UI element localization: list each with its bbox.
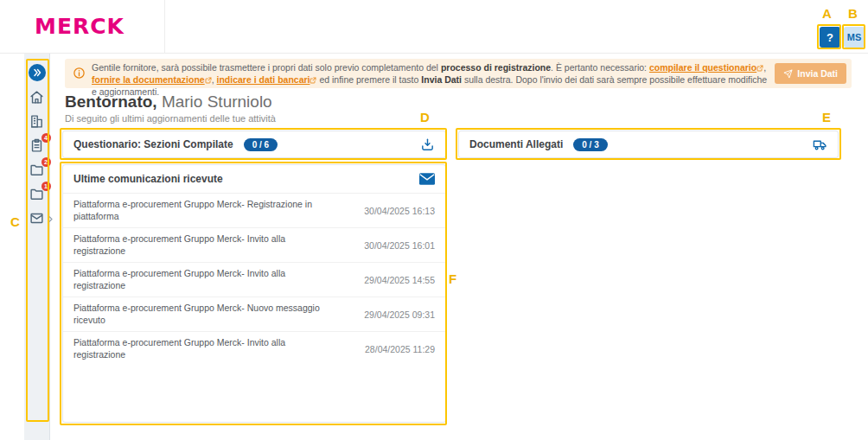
sidebar-item-messages[interactable]: [29, 209, 46, 226]
notification-badge: 2: [41, 157, 51, 167]
home-icon: [29, 90, 44, 105]
sidebar-item-questionnaire[interactable]: 4: [29, 137, 46, 154]
send-data-label: Invia Dati: [797, 68, 838, 79]
sidebar-item-folder-b[interactable]: 1: [29, 185, 46, 202]
documents-progress-badge: 0 / 3: [573, 138, 607, 151]
user-name: Mario Sturniolo: [157, 92, 272, 111]
mail-icon: [29, 211, 44, 226]
info-icon: [73, 67, 86, 83]
send-icon: [783, 69, 793, 79]
truck-icon: [813, 137, 827, 152]
annotation-letter-f: F: [449, 271, 456, 286]
banner-bold: Invia Dati: [421, 74, 462, 85]
communications-card: Ultime comunicazioni ricevute Piattaform…: [62, 164, 446, 423]
header-divider: [164, 0, 165, 54]
notification-badge: 4: [41, 133, 51, 143]
greeting-text: Bentornato,: [65, 92, 157, 111]
external-link-icon: [756, 63, 763, 74]
app-root: MERCK ? MS 4: [0, 0, 868, 440]
user-avatar-button[interactable]: MS: [844, 27, 865, 48]
sidebar: 4 2 1: [24, 54, 50, 440]
banner-bold: processo di registrazione: [441, 62, 551, 73]
help-button[interactable]: ?: [820, 27, 840, 48]
communications-title: Ultime comunicazioni ricevute: [73, 173, 223, 185]
questionnaire-card[interactable]: Questionario: Sezioni Compilate 0 / 6: [62, 131, 446, 158]
communication-row[interactable]: Piattaforma e-procurement Gruppo Merck- …: [63, 331, 445, 366]
link-compile-questionnaire[interactable]: compilare il questionario: [649, 62, 756, 73]
chevron-right-icon: [47, 213, 54, 226]
communication-row[interactable]: Piattaforma e-procurement Gruppo Merck- …: [63, 227, 445, 262]
communication-title: Piattaforma e-procurement Gruppo Merck- …: [73, 268, 333, 291]
annotation-letter-e: E: [822, 110, 831, 124]
link-provide-documentation[interactable]: fornire la documentazione: [92, 74, 205, 85]
communication-date: 30/04/2025 16:13: [364, 206, 435, 216]
page-title: Bentornato, Mario Sturniolo: [65, 92, 272, 112]
link-bank-details[interactable]: indicare i dati bancari: [217, 74, 310, 85]
chevrons-right-icon: [32, 67, 42, 78]
banner-segment: ,: [763, 62, 766, 73]
banner-segment: Gentile fornitore, sarà possibile trasme…: [92, 62, 441, 73]
communication-row[interactable]: Piattaforma e-procurement Gruppo Merck- …: [63, 262, 445, 297]
communication-title: Piattaforma e-procurement Gruppo Merck- …: [73, 303, 333, 326]
building-icon: [29, 114, 44, 129]
documents-card[interactable]: Documenti Allegati 0 / 3: [458, 131, 839, 158]
communication-row[interactable]: Piattaforma e-procurement Gruppo Merck- …: [63, 297, 445, 331]
sidebar-item-home[interactable]: [29, 88, 46, 105]
documents-card-title: Documenti Allegati: [469, 138, 563, 150]
communication-date: 29/04/2025 14:55: [364, 275, 435, 285]
communication-row[interactable]: Piattaforma e-procurement Gruppo Merck- …: [63, 193, 445, 227]
download-icon: [420, 137, 435, 152]
communication-title: Piattaforma e-procurement Gruppo Merck- …: [73, 337, 333, 360]
registration-banner: Gentile fornitore, sarà possibile trasme…: [65, 59, 852, 88]
banner-segment: ed infine premere il tasto: [316, 74, 421, 85]
communications-header: Ultime comunicazioni ricevute: [63, 165, 445, 193]
banner-segment: . È pertanto necessario:: [551, 62, 649, 73]
notification-badge: 1: [41, 182, 51, 191]
header: MERCK ? MS: [0, 0, 868, 54]
communication-title: Piattaforma e-procurement Gruppo Merck- …: [73, 233, 333, 257]
sidebar-item-company[interactable]: [29, 112, 46, 130]
questionnaire-progress-badge: 0 / 6: [244, 138, 278, 151]
annotation-letter-c: C: [10, 214, 20, 229]
communication-date: 28/04/2025 11:29: [365, 344, 435, 354]
open-messages-button[interactable]: [419, 173, 435, 185]
sidebar-item-folder-a[interactable]: 2: [29, 161, 46, 178]
communication-title: Piattaforma e-procurement Gruppo Merck- …: [73, 199, 333, 222]
merck-logo: MERCK: [35, 14, 124, 39]
sidebar-expand-button[interactable]: [29, 64, 46, 81]
envelope-icon: [419, 173, 435, 185]
annotation-letter-d: D: [420, 110, 430, 124]
communication-date: 30/04/2025 16:01: [364, 240, 435, 251]
questionnaire-card-title: Questionario: Sezioni Compilate: [73, 138, 233, 150]
send-data-button[interactable]: Invia Dati: [775, 63, 846, 84]
external-link-icon: [205, 75, 212, 86]
page-subtitle: Di seguito gli ultimi aggiornamenti dell…: [65, 113, 276, 124]
communication-date: 29/04/2025 09:31: [364, 309, 435, 320]
